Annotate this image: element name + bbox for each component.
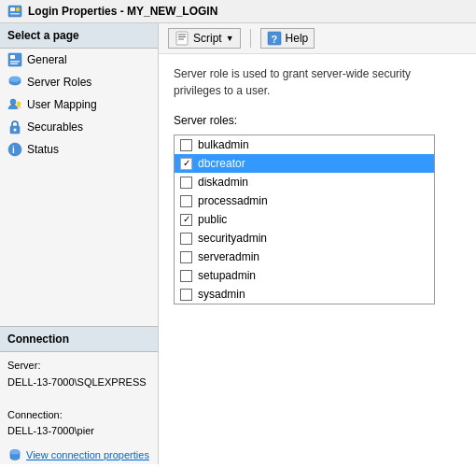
content-body: Server role is used to grant server-wide… xyxy=(159,54,476,464)
sidebar-item-general[interactable]: General xyxy=(0,49,158,71)
role-name-setupadmin: setupadmin xyxy=(198,269,256,282)
role-item-sysadmin[interactable]: sysadmin xyxy=(175,285,434,304)
role-item-diskadmin[interactable]: diskadmin xyxy=(175,173,434,191)
svg-rect-3 xyxy=(10,13,20,15)
script-label: Script xyxy=(193,32,222,45)
content-area: Script ▼ ? Help Server role is used to g… xyxy=(159,23,476,464)
general-label: General xyxy=(27,53,67,66)
role-item-processadmin[interactable]: processadmin xyxy=(175,191,434,210)
server-roles-icon xyxy=(7,75,22,90)
role-checkbox-bulkadmin[interactable] xyxy=(180,139,192,151)
connection-info: Server: DELL-13-7000\SQLEXPRESS Connecti… xyxy=(0,352,158,446)
view-connection-properties-link[interactable]: View connection properties xyxy=(0,446,158,464)
help-icon: ? xyxy=(267,31,282,46)
status-icon: i xyxy=(7,142,22,157)
role-item-securityadmin[interactable]: securityadmin xyxy=(175,229,434,248)
login-properties-icon xyxy=(7,4,22,19)
role-checkbox-diskadmin[interactable] xyxy=(180,177,192,189)
help-label: Help xyxy=(286,32,309,45)
role-checkbox-sysadmin[interactable] xyxy=(180,289,192,301)
svg-rect-5 xyxy=(10,55,15,59)
status-label: Status xyxy=(27,143,59,156)
role-item-public[interactable]: public xyxy=(175,210,434,229)
sidebar: Select a page General Server Roles xyxy=(0,23,159,464)
connection-value: DELL-13-7000\pier xyxy=(7,425,94,436)
connection-label: Connection: DELL-13-7000\pier xyxy=(7,407,150,440)
svg-rect-6 xyxy=(10,61,20,63)
script-button[interactable]: Script ▼ xyxy=(168,28,241,49)
svg-rect-1 xyxy=(10,7,15,11)
title-bar: Login Properties - MY_NEW_LOGIN xyxy=(0,0,476,23)
svg-text:?: ? xyxy=(271,34,277,45)
role-name-securityadmin: securityadmin xyxy=(198,232,267,245)
sidebar-footer: Connection Server: DELL-13-7000\SQLEXPRE… xyxy=(0,326,158,464)
role-name-processadmin: processadmin xyxy=(198,194,268,207)
svg-text:i: i xyxy=(12,145,15,155)
sidebar-item-securables[interactable]: Securables xyxy=(0,116,158,138)
role-item-dbcreator[interactable]: dbcreator xyxy=(175,154,434,173)
role-checkbox-processadmin[interactable] xyxy=(180,195,192,207)
svg-point-10 xyxy=(10,99,16,105)
role-checkbox-serveradmin[interactable] xyxy=(180,251,192,263)
svg-rect-18 xyxy=(176,32,188,45)
roles-list: bulkadmindbcreatordiskadminprocessadminp… xyxy=(174,134,435,304)
script-icon xyxy=(175,31,189,46)
window-title: Login Properties - MY_NEW_LOGIN xyxy=(28,5,217,18)
role-name-dbcreator: dbcreator xyxy=(198,157,245,170)
description: Server role is used to grant server-wide… xyxy=(174,65,461,99)
sidebar-header: Select a page xyxy=(0,23,158,49)
svg-point-9 xyxy=(9,77,21,82)
view-connection-text: View connection properties xyxy=(26,449,149,460)
sidebar-item-server-roles[interactable]: Server Roles xyxy=(0,71,158,93)
role-name-serveradmin: serveradmin xyxy=(198,250,259,263)
securables-label: Securables xyxy=(27,120,83,134)
script-chevron-icon: ▼ xyxy=(226,34,234,43)
server-value: DELL-13-7000\SQLEXPRESS xyxy=(7,376,147,388)
connection-header: Connection xyxy=(0,327,158,352)
sidebar-item-user-mapping[interactable]: User Mapping xyxy=(0,93,158,116)
role-name-sysadmin: sysadmin xyxy=(198,288,245,301)
securables-icon xyxy=(7,120,22,134)
svg-point-17 xyxy=(10,450,20,455)
role-name-bulkadmin: bulkadmin xyxy=(198,138,249,151)
svg-point-14 xyxy=(8,143,21,156)
role-checkbox-dbcreator[interactable] xyxy=(180,158,192,170)
svg-point-2 xyxy=(16,7,20,11)
role-item-serveradmin[interactable]: serveradmin xyxy=(175,248,434,266)
role-item-bulkadmin[interactable]: bulkadmin xyxy=(175,135,434,154)
toolbar-separator xyxy=(250,29,251,48)
user-mapping-icon xyxy=(7,97,22,112)
role-checkbox-public[interactable] xyxy=(180,214,192,226)
svg-rect-0 xyxy=(8,6,21,17)
sidebar-item-status[interactable]: i Status xyxy=(0,138,158,161)
server-roles-section-label: Server roles: xyxy=(174,114,461,127)
role-name-diskadmin: diskadmin xyxy=(198,176,248,189)
role-item-setupadmin[interactable]: setupadmin xyxy=(175,266,434,285)
role-checkbox-securityadmin[interactable] xyxy=(180,233,192,245)
role-checkbox-setupadmin[interactable] xyxy=(180,270,192,282)
connection-icon xyxy=(7,447,22,462)
general-icon xyxy=(7,52,22,67)
server-roles-label: Server Roles xyxy=(27,76,91,89)
svg-rect-7 xyxy=(10,64,18,65)
toolbar: Script ▼ ? Help xyxy=(159,23,476,54)
help-button[interactable]: ? Help xyxy=(260,28,315,49)
role-name-public: public xyxy=(198,213,227,226)
server-label: Server: DELL-13-7000\SQLEXPRESS xyxy=(7,358,150,390)
user-mapping-label: User Mapping xyxy=(27,98,97,111)
svg-point-13 xyxy=(14,129,17,132)
